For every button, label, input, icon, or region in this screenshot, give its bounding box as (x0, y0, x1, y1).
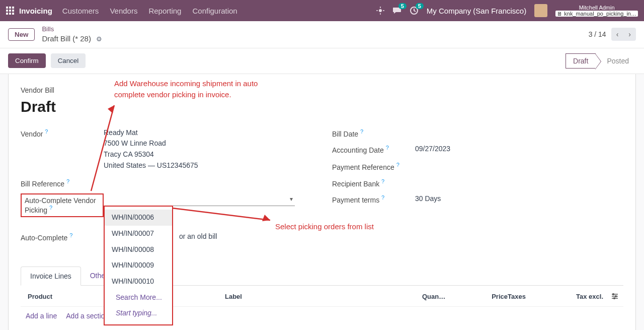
activity-badge: 5 (416, 3, 424, 9)
status-bar: Draft Posted (566, 53, 636, 69)
payterms-label: Payment terms (332, 196, 379, 204)
user-name: Mitchell Admin (579, 5, 615, 11)
col-settings-icon[interactable] (603, 293, 618, 301)
picking-dropdown: WH/IN/00006 WH/IN/00007 WH/IN/00008 WH/I… (104, 206, 173, 325)
col-taxexcl[interactable]: Tax excl. (548, 293, 603, 301)
autocomplete-label: Auto-Complete (21, 234, 67, 242)
acctdate-label: Accounting Date (332, 146, 384, 154)
vendor-addr3: United States — US12345675 (104, 160, 312, 171)
col-label[interactable]: Label (225, 293, 422, 301)
tab-invoice-lines[interactable]: Invoice Lines (21, 267, 81, 286)
payref-label: Payment Reference (332, 163, 394, 171)
breadcrumb-current: Draft Bill (* 28) (42, 34, 91, 43)
nav-customers[interactable]: Customers (62, 7, 99, 15)
dropdown-start-typing[interactable]: Start typing... (105, 305, 172, 321)
acctdate-value[interactable]: 09/27/2023 (415, 144, 623, 155)
activity-icon[interactable]: 5 (410, 6, 419, 15)
annotation-text-1: Add Warehouse incoming shipment in auto … (114, 78, 275, 100)
help-icon[interactable]: ? (49, 205, 52, 211)
help-icon[interactable]: ? (381, 178, 384, 184)
vendor-addr2: Tracy CA 95304 (104, 149, 312, 160)
col-qty[interactable]: Quan… (422, 293, 467, 301)
svg-rect-4 (9, 10, 11, 12)
dropdown-option[interactable]: WH/IN/00006 (105, 210, 172, 226)
col-taxes[interactable]: Taxes (508, 293, 548, 301)
status-posted[interactable]: Posted (596, 54, 636, 68)
dropdown-option[interactable]: WH/IN/00010 (105, 274, 172, 290)
breadcrumb-root[interactable]: Bills (42, 25, 102, 34)
help-icon[interactable]: ? (360, 128, 363, 135)
help-icon[interactable]: ? (66, 178, 69, 184)
nav-vendors[interactable]: Vendors (110, 7, 137, 15)
help-icon[interactable]: ? (45, 128, 48, 135)
dropdown-option[interactable]: WH/IN/00007 (105, 226, 172, 242)
svg-rect-1 (9, 7, 11, 9)
dropdown-option[interactable]: WH/IN/00008 (105, 242, 172, 258)
user-db: 🗎 knk_manual_po_picking_in… (555, 11, 638, 17)
add-line-link[interactable]: Add a line (26, 312, 57, 320)
acvp-label: Auto-Complete Vendor Picking (25, 196, 96, 214)
breadcrumb-bar: New Bills Draft Bill (* 28) ⚙ 3 / 14 ‹ › (0, 21, 644, 48)
action-bar: Confirm Cancel Draft Posted (0, 48, 644, 74)
pager-next[interactable]: › (623, 28, 636, 41)
user-menu[interactable]: Mitchell Admin 🗎 knk_manual_po_picking_i… (555, 5, 638, 17)
avatar[interactable] (534, 4, 547, 17)
help-icon[interactable]: ? (386, 145, 389, 151)
page-subtitle: Vendor Bill (21, 86, 54, 94)
svg-line-15 (91, 105, 114, 191)
recipbank-label: Recipient Bank (332, 179, 379, 187)
new-button[interactable]: New (8, 28, 35, 41)
nav-configuration[interactable]: Configuration (192, 7, 237, 15)
company-name[interactable]: My Company (San Francisco) (427, 7, 526, 15)
svg-rect-0 (6, 7, 8, 9)
bug-icon[interactable] (376, 7, 384, 15)
annotation-arrow-2 (170, 205, 280, 225)
payterms-value[interactable]: 30 Days (415, 193, 623, 205)
brand[interactable]: Invoicing (19, 7, 52, 15)
help-icon[interactable]: ? (396, 162, 399, 168)
confirm-button[interactable]: Confirm (8, 53, 46, 68)
pager-count[interactable]: 3 / 14 (589, 30, 606, 38)
gear-icon[interactable]: ⚙ (96, 35, 102, 43)
pager-prev[interactable]: ‹ (611, 28, 624, 41)
help-icon[interactable]: ? (69, 232, 72, 238)
svg-point-22 (614, 297, 615, 299)
svg-rect-2 (12, 7, 14, 9)
form-card: Vendor Bill Draft Add Warehouse incoming… (8, 74, 636, 330)
svg-point-9 (379, 9, 382, 12)
dropdown-option[interactable]: WH/IN/00009 (105, 257, 172, 274)
top-navbar: Invoicing Customers Vendors Reporting Co… (0, 0, 644, 21)
billref-label: Bill Reference (21, 179, 64, 187)
cancel-button[interactable]: Cancel (51, 53, 86, 68)
vendor-picking-input[interactable] (104, 193, 295, 206)
svg-point-20 (613, 293, 614, 295)
annotation-text-2: Select picking orders from list (275, 222, 374, 231)
svg-rect-7 (9, 13, 11, 15)
svg-rect-5 (12, 10, 14, 12)
nav-reporting[interactable]: Reporting (148, 7, 181, 15)
annotation-arrow-1 (74, 100, 119, 196)
autocomplete-placeholder[interactable]: or an old bill (179, 232, 217, 240)
dropdown-search-more[interactable]: Search More... (105, 290, 172, 306)
svg-rect-3 (6, 10, 8, 12)
svg-rect-8 (12, 13, 14, 15)
add-section-link[interactable]: Add a sectio (66, 312, 105, 320)
vendor-name[interactable]: Ready Mat (104, 127, 312, 139)
vendor-label: Vendor (21, 129, 43, 138)
chat-badge: 5 (398, 3, 407, 9)
col-price[interactable]: Price (467, 293, 508, 301)
svg-line-16 (172, 208, 270, 220)
chat-icon[interactable]: 5 (392, 6, 401, 15)
apps-icon[interactable] (6, 7, 14, 15)
billdate-label: Bill Date (332, 129, 358, 138)
vendor-addr1: 7500 W Linne Road (104, 138, 312, 149)
svg-rect-6 (6, 13, 8, 15)
help-icon[interactable]: ? (381, 194, 384, 201)
status-draft[interactable]: Draft (566, 53, 596, 69)
svg-point-21 (615, 295, 617, 297)
